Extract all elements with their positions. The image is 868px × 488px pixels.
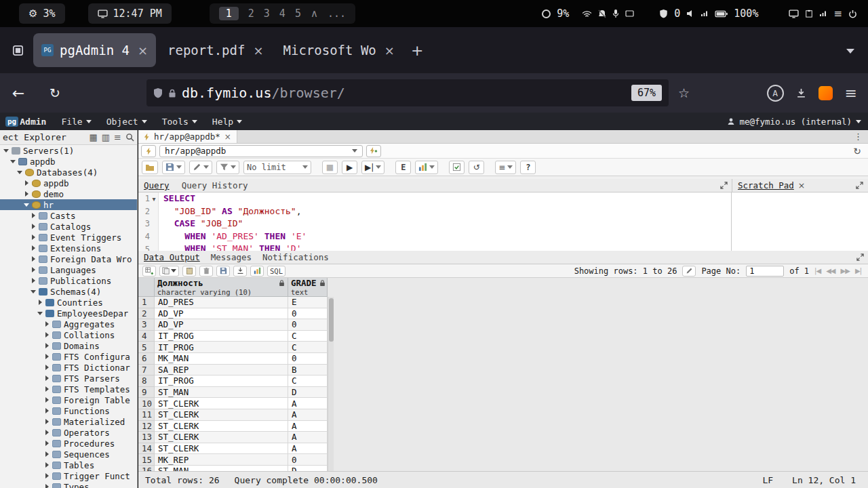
tree-item-materialized[interactable]: Materialized bbox=[0, 416, 137, 427]
sql-editor[interactable]: 1▾2345 SELECT "JOB_ID" AS "Должность", C… bbox=[138, 192, 732, 251]
cell-value[interactable]: IT_PROG bbox=[155, 342, 288, 353]
tree-item-servers-1[interactable]: Servers(1) bbox=[0, 145, 137, 156]
connection-bolt-button[interactable] bbox=[141, 145, 156, 157]
network-icon[interactable] bbox=[819, 10, 827, 17]
download-results-button[interactable] bbox=[233, 266, 247, 277]
tree-arrow-icon[interactable] bbox=[23, 190, 31, 198]
row-number-header[interactable] bbox=[138, 278, 155, 297]
tree-item-countries[interactable]: Countries bbox=[0, 297, 137, 308]
user-menu[interactable]: me@fymio.us (internal) bbox=[727, 117, 861, 127]
tree-arrow-icon[interactable] bbox=[23, 179, 31, 187]
cell-value[interactable]: ST_CLERK bbox=[155, 443, 288, 455]
table-row[interactable]: 1AD_PRESE bbox=[138, 297, 328, 308]
row-number[interactable]: 11 bbox=[138, 409, 155, 421]
cell-value[interactable]: ST_CLERK bbox=[155, 432, 288, 443]
scratch-pad-close-icon[interactable]: × bbox=[798, 180, 805, 190]
account-avatar[interactable]: A bbox=[767, 85, 784, 102]
row-number[interactable]: 4 bbox=[138, 331, 155, 342]
tree-item-fts-templates[interactable]: FTS Templates bbox=[0, 384, 137, 394]
tab-notifications[interactable]: Notifications bbox=[262, 252, 329, 262]
tree-arrow-icon[interactable] bbox=[43, 331, 52, 339]
graph-visualiser-button[interactable] bbox=[250, 266, 264, 277]
tray-menu-icon[interactable]: ≡ bbox=[833, 7, 842, 20]
tree-item-foreign-table[interactable]: Foreign Table bbox=[0, 394, 137, 405]
table-row[interactable]: 13ST_CLERKA bbox=[138, 432, 328, 443]
cell-value[interactable]: AD_VP bbox=[155, 319, 288, 331]
cell-value[interactable]: ST_CLERK bbox=[155, 421, 288, 432]
cell-value[interactable]: MK_MAN bbox=[155, 353, 288, 365]
row-number[interactable]: 6 bbox=[138, 353, 155, 365]
browser-tab-report[interactable]: report.pdf × bbox=[159, 33, 271, 67]
screencast-icon[interactable] bbox=[625, 10, 634, 17]
tree-item-appdb[interactable]: appdb bbox=[0, 156, 137, 167]
cell-value[interactable]: 0 bbox=[288, 353, 328, 365]
cell-value[interactable]: SA_REP bbox=[155, 365, 288, 376]
tree-arrow-icon[interactable] bbox=[30, 211, 38, 220]
tab-close-icon[interactable]: × bbox=[138, 43, 148, 58]
tree-item-hr[interactable]: hr bbox=[0, 199, 137, 210]
lock-icon[interactable] bbox=[168, 88, 176, 98]
table-row[interactable]: 7SA_REPB bbox=[138, 365, 328, 376]
tab-messages[interactable]: Messages bbox=[211, 252, 252, 262]
tracking-shield-icon[interactable] bbox=[153, 87, 163, 98]
battery-icon[interactable] bbox=[715, 10, 728, 18]
cell-value[interactable]: IT_PROG bbox=[155, 331, 288, 342]
row-number[interactable]: 13 bbox=[138, 432, 155, 443]
save-page-icon[interactable] bbox=[796, 88, 806, 98]
tree-item-tables[interactable]: Tables bbox=[0, 460, 137, 470]
tree-item-publications[interactable]: Publications bbox=[0, 275, 137, 286]
menu-help[interactable]: Help bbox=[212, 117, 242, 127]
cell-value[interactable]: C bbox=[288, 342, 328, 353]
table-row[interactable]: 11ST_CLERKA bbox=[138, 409, 328, 421]
scratch-pad-title[interactable]: Scratch Pad bbox=[738, 180, 794, 190]
cell-value[interactable]: MK_REP bbox=[155, 454, 288, 466]
prev-page-icon[interactable]: ◀◀ bbox=[826, 267, 835, 274]
help-button[interactable]: ? bbox=[520, 161, 536, 174]
tree-arrow-icon[interactable] bbox=[43, 320, 52, 328]
table-row[interactable]: 12ST_CLERKA bbox=[138, 421, 328, 432]
paste-button[interactable] bbox=[182, 266, 196, 277]
cell-value[interactable]: E bbox=[288, 297, 328, 308]
tree-arrow-icon[interactable] bbox=[30, 266, 38, 274]
limit-select[interactable]: No limit bbox=[243, 161, 311, 174]
page-number-input[interactable] bbox=[746, 266, 784, 277]
display-settings-icon[interactable] bbox=[789, 9, 799, 18]
cell-value[interactable]: IT_PROG bbox=[155, 375, 288, 387]
table-row[interactable]: 5IT_PROGC bbox=[138, 342, 328, 353]
tab-close-icon[interactable]: × bbox=[384, 43, 395, 58]
tree-arrow-icon[interactable] bbox=[43, 385, 52, 393]
tree-item-trigger-funct[interactable]: Trigger Funct bbox=[0, 470, 137, 481]
row-number[interactable]: 3 bbox=[138, 319, 155, 331]
restore-layout-icon[interactable]: ↻ bbox=[853, 146, 861, 157]
tree-arrow-icon[interactable] bbox=[43, 483, 52, 488]
cell-value[interactable]: A bbox=[288, 409, 328, 421]
tree-arrow-icon[interactable] bbox=[30, 255, 38, 263]
tree-item-types[interactable]: Types bbox=[0, 481, 137, 488]
column-header-grade[interactable]: GRADE text bbox=[288, 278, 328, 297]
cell-value[interactable]: ST_MAN bbox=[155, 466, 288, 471]
tree-item-casts[interactable]: Casts bbox=[0, 210, 137, 221]
browser-tab-word[interactable]: Microsoft Wo × bbox=[275, 33, 403, 67]
last-page-icon[interactable]: ▶| bbox=[855, 267, 861, 274]
table-row[interactable]: 8IT_PROGC bbox=[138, 375, 328, 387]
search-icon[interactable] bbox=[125, 133, 134, 142]
tree-arrow-icon[interactable] bbox=[16, 168, 24, 176]
cell-value[interactable]: ST_CLERK bbox=[155, 398, 288, 409]
execute-options-button[interactable]: ▶| bbox=[361, 161, 384, 174]
tree-item-appdb[interactable]: appdb bbox=[0, 178, 137, 188]
edit-button[interactable] bbox=[189, 161, 212, 174]
tab-query-history[interactable]: Query History bbox=[182, 180, 248, 190]
tree-item-schemas-4[interactable]: Schemas(4) bbox=[0, 286, 137, 297]
power-icon[interactable] bbox=[848, 9, 857, 18]
workspace-4[interactable]: 4 bbox=[279, 7, 285, 20]
cell-value[interactable]: A bbox=[288, 398, 328, 409]
cell-value[interactable]: A bbox=[288, 443, 328, 455]
row-number[interactable]: 5 bbox=[138, 342, 155, 353]
url-bar[interactable]: db.fymio.us/browser/ 67% bbox=[146, 79, 669, 106]
workspace-5[interactable]: 5 bbox=[295, 7, 301, 20]
bell-muted-icon[interactable] bbox=[598, 9, 606, 18]
tree-arrow-icon[interactable] bbox=[9, 157, 18, 165]
row-number[interactable]: 14 bbox=[138, 443, 155, 455]
tree-arrow-icon[interactable] bbox=[37, 298, 45, 306]
explain-analyze-button[interactable] bbox=[415, 161, 438, 174]
